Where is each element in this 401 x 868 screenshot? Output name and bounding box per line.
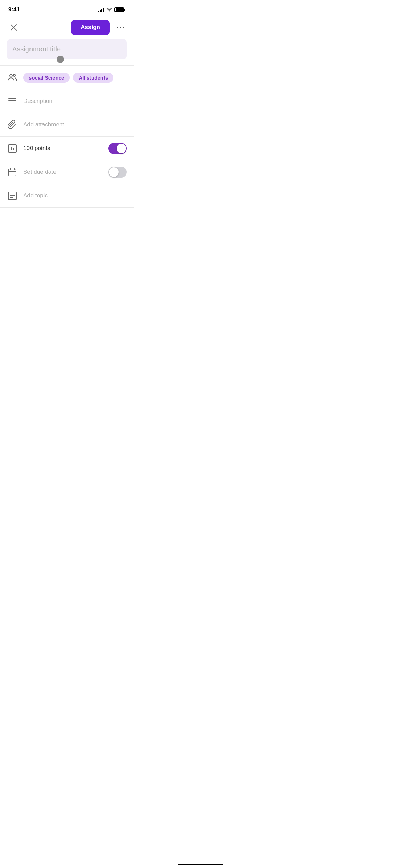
topic-label: Add topic: [23, 192, 48, 199]
description-row[interactable]: Description: [0, 89, 134, 113]
points-icon: [7, 143, 18, 154]
students-pill[interactable]: All students: [73, 73, 113, 83]
calendar-icon: [7, 167, 18, 178]
topic-row[interactable]: Add topic: [0, 184, 134, 207]
svg-point-7: [13, 74, 15, 76]
due-date-row[interactable]: Set due date: [0, 160, 134, 184]
close-button[interactable]: [7, 21, 21, 34]
close-icon: [10, 24, 17, 31]
assignees-content: social Science All students: [23, 73, 127, 83]
status-time: 9:41: [8, 6, 20, 13]
people-icon: [7, 72, 18, 83]
divider-7: [0, 207, 134, 208]
svg-point-0: [109, 12, 110, 12]
topic-icon: [7, 190, 18, 201]
due-date-toggle[interactable]: [108, 167, 127, 178]
attachment-row[interactable]: Add attachment: [0, 113, 134, 136]
status-bar: 9:41: [0, 0, 134, 17]
attachment-icon: [7, 119, 18, 130]
svg-point-4: [120, 27, 121, 28]
attachment-label: Add attachment: [23, 121, 64, 128]
wifi-icon: [106, 7, 112, 12]
signal-icon: [98, 7, 104, 12]
svg-rect-16: [9, 169, 16, 176]
points-row[interactable]: 100 points: [0, 137, 134, 160]
points-label: 100 points: [23, 145, 50, 152]
nav-actions: Assign: [71, 20, 127, 35]
assignment-title-placeholder: Assignment title: [12, 45, 61, 53]
description-icon: [7, 96, 18, 107]
points-toggle[interactable]: [108, 143, 127, 154]
class-pill[interactable]: social Science: [23, 73, 70, 83]
top-nav: Assign: [0, 17, 134, 39]
svg-point-6: [10, 74, 12, 77]
description-label: Description: [23, 98, 52, 105]
due-date-label: Set due date: [23, 169, 56, 176]
more-icon: [117, 26, 125, 29]
battery-icon: [114, 7, 125, 12]
more-button[interactable]: [114, 21, 127, 34]
svg-point-5: [123, 27, 124, 28]
assign-button[interactable]: Assign: [71, 20, 110, 35]
assignment-title-field[interactable]: Assignment title: [7, 39, 127, 59]
assignees-row[interactable]: social Science All students: [0, 66, 134, 89]
svg-point-3: [117, 27, 118, 28]
status-icons: [98, 7, 125, 12]
text-cursor: [57, 56, 64, 63]
